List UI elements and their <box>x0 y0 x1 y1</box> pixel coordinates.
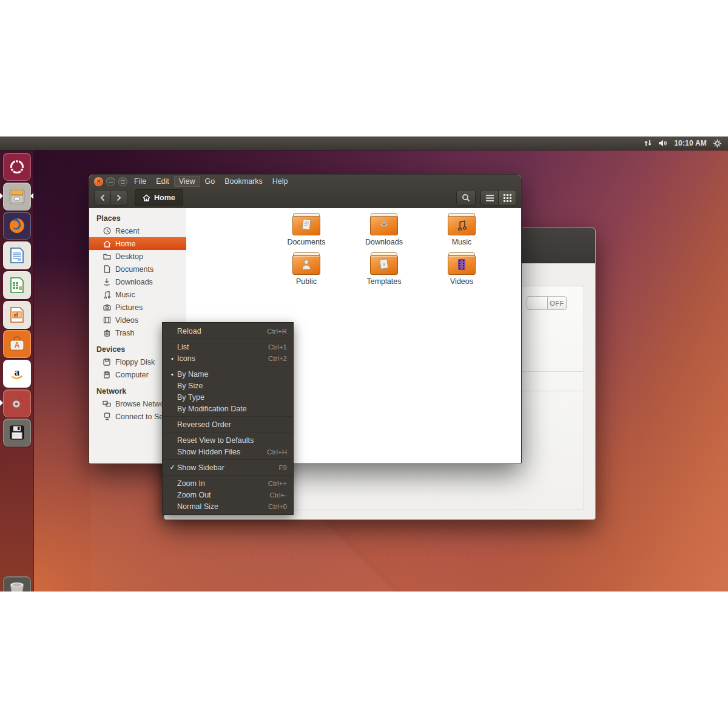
window-controls: ✕ — ▢ <box>94 177 127 186</box>
menu-item-by-size[interactable]: By Size <box>163 380 293 391</box>
menu-item-by-modification-date[interactable]: By Modification Date <box>163 403 293 414</box>
search-button[interactable] <box>456 190 476 206</box>
sidebar-item-home[interactable]: Home <box>89 237 186 250</box>
toggle-knob[interactable] <box>527 297 548 309</box>
file-item-downloads[interactable]: Downloads <box>345 213 423 252</box>
running-indicator <box>0 193 3 199</box>
menu-item-zoom-in[interactable]: Zoom InCtrl++ <box>163 477 293 489</box>
file-item-music[interactable]: Music <box>423 213 500 252</box>
launcher-impress[interactable] <box>3 301 31 329</box>
grid-view-button[interactable] <box>499 190 516 206</box>
sidebar-item-recent[interactable]: Recent <box>89 224 186 237</box>
file-label: Videos <box>450 277 473 286</box>
sidebar-item-label: Downloads <box>115 278 153 286</box>
toggle-label: OFF <box>548 300 566 307</box>
doc-emblem-icon <box>301 219 312 231</box>
docsheet-icon <box>103 265 111 273</box>
menubar-item-view[interactable]: View <box>174 176 200 187</box>
launcher-dash[interactable] <box>3 153 31 181</box>
file-item-templates[interactable]: a Templates <box>345 252 423 292</box>
menu-item-label: By Size <box>177 382 287 390</box>
menu-item-reversed-order[interactable]: Reversed Order <box>163 419 293 430</box>
file-manager-window[interactable]: ✕ — ▢ FileEditViewGoBookmarksHelp <box>89 174 522 464</box>
menu-item-label: Reload <box>177 327 267 335</box>
menubar-item-file[interactable]: File <box>129 176 151 187</box>
sidebar-item-documents[interactable]: Documents <box>89 263 186 275</box>
file-item-documents[interactable]: Documents <box>268 213 345 252</box>
menu-item-list[interactable]: ListCtrl+1 <box>163 341 293 352</box>
menu-item-reload[interactable]: ReloadCtrl+R <box>163 325 293 337</box>
film-icon <box>103 317 111 323</box>
volume-icon[interactable] <box>658 139 668 147</box>
menubar-item-go[interactable]: Go <box>200 176 220 187</box>
launcher-amazon[interactable]: a <box>3 360 31 388</box>
launcher-files[interactable] <box>3 183 31 211</box>
file-item-videos[interactable]: Videos <box>423 252 500 292</box>
menu-separator <box>163 473 293 477</box>
camera-icon <box>103 304 111 311</box>
menu-shortcut: Ctrl+H <box>267 448 287 456</box>
launcher-writer[interactable] <box>3 241 31 269</box>
sidebar-item-desktop[interactable]: Desktop <box>89 250 186 263</box>
menu-item-show-sidebar[interactable]: ✓Show SidebarF9 <box>163 462 293 473</box>
menu-shortcut: Ctrl++ <box>268 480 287 487</box>
down-emblem-icon <box>379 220 389 231</box>
menu-separator <box>163 414 293 419</box>
sidebar-item-label: Music <box>115 291 135 299</box>
file-item-public[interactable]: Public <box>268 252 345 292</box>
template-emblem-icon: a <box>379 258 389 271</box>
back-button[interactable] <box>94 190 111 206</box>
launcher-software-center[interactable]: A <box>3 330 31 358</box>
menu-item-by-type[interactable]: By Type <box>163 391 293 403</box>
fm-titlebar[interactable]: ✕ — ▢ FileEditViewGoBookmarksHelp <box>89 175 521 208</box>
downarrow-icon <box>103 278 111 286</box>
off-toggle[interactable]: OFF <box>527 296 567 310</box>
toolbar-right <box>456 190 516 206</box>
menubar-item-edit[interactable]: Edit <box>151 176 174 187</box>
menu-item-label: Icons <box>177 354 268 363</box>
launcher-firefox[interactable] <box>3 212 31 240</box>
launcher-trash[interactable] <box>3 576 31 592</box>
music-icon <box>103 291 111 298</box>
list-view-button[interactable] <box>480 190 499 206</box>
folder-icon: a <box>370 252 398 275</box>
clock[interactable]: 10:10 AM <box>674 139 707 147</box>
floppysmall-icon <box>103 359 111 366</box>
sidebar-item-label: Computer <box>115 371 149 379</box>
menu-item-reset-view-to-defaults[interactable]: Reset View to Defaults <box>163 434 293 446</box>
launcher-floppy-device[interactable] <box>3 419 31 447</box>
launcher-settings[interactable] <box>3 389 31 417</box>
home-icon <box>143 194 150 201</box>
close-button[interactable]: ✕ <box>94 177 103 186</box>
svg-text:a: a <box>15 366 20 378</box>
breadcrumb-home[interactable]: Home <box>135 189 183 206</box>
menu-item-icons[interactable]: •IconsCtrl+2 <box>163 352 293 364</box>
note-emblem-icon <box>457 220 467 231</box>
radio-dot-icon: • <box>167 355 177 362</box>
sidebar-item-pictures[interactable]: Pictures <box>89 301 186 314</box>
forward-button[interactable] <box>111 190 127 206</box>
gear-icon[interactable] <box>713 139 722 148</box>
sidebar-item-label: Recent <box>115 227 140 235</box>
check-icon: ✓ <box>167 463 177 471</box>
person-emblem-icon <box>302 259 311 270</box>
menubar-item-help[interactable]: Help <box>268 176 293 187</box>
menu-separator <box>163 364 293 368</box>
unity-launcher: Aa <box>0 150 34 592</box>
sidebar-item-downloads[interactable]: Downloads <box>89 275 186 288</box>
menu-item-normal-size[interactable]: Normal SizeCtrl+0 <box>163 500 293 512</box>
menu-item-zoom-out[interactable]: Zoom OutCtrl+- <box>163 489 293 500</box>
video-emblem-icon <box>457 258 467 271</box>
minimize-button[interactable]: — <box>106 177 115 186</box>
menubar-item-bookmarks[interactable]: Bookmarks <box>220 176 268 187</box>
sidebar-item-music[interactable]: Music <box>89 288 186 301</box>
view-toggle-group <box>480 190 516 206</box>
launcher-calc[interactable] <box>3 271 31 299</box>
menu-item-by-name[interactable]: •By Name <box>163 368 293 380</box>
sidebar-item-label: Floppy Disk <box>115 358 155 366</box>
network-arrows-icon[interactable] <box>644 139 652 147</box>
maximize-button[interactable]: ▢ <box>118 177 127 186</box>
menu-item-show-hidden-files[interactable]: Show Hidden FilesCtrl+H <box>163 446 293 457</box>
svg-text:A: A <box>15 341 20 349</box>
menu-item-label: Zoom Out <box>177 491 270 499</box>
